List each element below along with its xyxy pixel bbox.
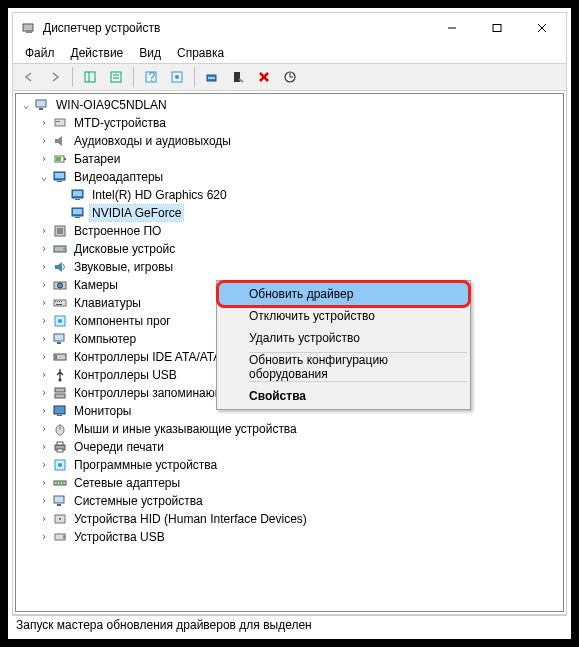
tree-device[interactable]: NVIDIA GeForce — [16, 204, 563, 222]
expand-icon[interactable]: › — [36, 370, 52, 380]
svg-rect-17 — [234, 72, 240, 82]
tree-category[interactable]: ›Дисковые устройс — [16, 240, 563, 258]
svg-rect-22 — [39, 108, 43, 110]
menu-file[interactable]: Файл — [19, 44, 61, 62]
window-title: Диспетчер устройств — [43, 21, 429, 35]
tree-category[interactable]: ⌄Видеоадаптеры — [16, 168, 563, 186]
tree-category[interactable]: ›Сетевые адаптеры — [16, 474, 563, 492]
svg-text:?: ? — [149, 70, 156, 84]
expand-icon[interactable]: › — [36, 460, 52, 470]
expand-icon[interactable]: › — [36, 406, 52, 416]
tree-item-label: Дисковые устройс — [72, 241, 177, 257]
minimize-button[interactable] — [429, 14, 474, 42]
storage-icon — [52, 385, 68, 401]
menu-item-label: Удалить устройство — [249, 331, 360, 345]
forward-button[interactable] — [43, 66, 67, 88]
expand-icon[interactable]: › — [36, 226, 52, 236]
svg-point-14 — [175, 75, 179, 79]
expand-icon[interactable]: › — [36, 352, 52, 362]
show-hide-tree-button[interactable] — [78, 66, 102, 88]
tree-device[interactable]: Intel(R) HD Graphics 620 — [16, 186, 563, 204]
tree-root[interactable]: ⌄WIN-OIA9C5NDLAN — [16, 96, 563, 114]
expand-icon[interactable]: › — [36, 532, 52, 542]
uninstall-device-button[interactable] — [252, 66, 276, 88]
tree-item-label: MTD-устройства — [72, 115, 168, 131]
svg-point-74 — [59, 518, 61, 520]
svg-point-40 — [63, 248, 65, 250]
svg-rect-24 — [56, 121, 60, 122]
generic-icon — [52, 115, 68, 131]
svg-point-55 — [59, 379, 62, 382]
tree-category[interactable]: ›Устройства HID (Human Interface Devices… — [16, 510, 563, 528]
svg-rect-45 — [57, 301, 58, 302]
svg-rect-1 — [26, 31, 32, 33]
tree-item-label: NVIDIA GeForce — [90, 205, 183, 221]
tree-category[interactable]: ›Батареи — [16, 150, 563, 168]
expand-icon[interactable]: › — [36, 244, 52, 254]
disable-device-button[interactable] — [226, 66, 250, 88]
collapse-icon[interactable]: ⌄ — [18, 100, 34, 110]
svg-rect-38 — [57, 228, 63, 234]
tree-item-label: Компоненты прог — [72, 313, 173, 329]
expand-icon[interactable]: › — [36, 496, 52, 506]
back-button[interactable] — [17, 66, 41, 88]
tree-category[interactable]: ›Устройства USB — [16, 528, 563, 546]
menu-update-driver[interactable]: Обновить драйвер — [219, 283, 468, 305]
svg-rect-71 — [54, 496, 64, 503]
expand-icon[interactable]: › — [36, 154, 52, 164]
toolbar: ? — [13, 63, 566, 91]
tree-category[interactable]: ›Мыши и иные указывающие устройства — [16, 420, 563, 438]
expand-icon[interactable]: › — [36, 334, 52, 344]
svg-rect-51 — [54, 334, 64, 341]
update-driver-button[interactable] — [200, 66, 224, 88]
tree-category[interactable]: ›Аудиовходы и аудиовыходы — [16, 132, 563, 150]
expand-icon[interactable]: › — [36, 316, 52, 326]
app-icon — [21, 20, 37, 36]
tree-item-label: Батареи — [72, 151, 122, 167]
printer-icon — [52, 439, 68, 455]
display-icon — [52, 169, 68, 185]
expand-icon[interactable]: › — [36, 118, 52, 128]
menu-action[interactable]: Действие — [65, 44, 130, 62]
tree-category[interactable]: ›Очереди печати — [16, 438, 563, 456]
menu-disable-device[interactable]: Отключить устройство — [219, 305, 468, 327]
device-tree[interactable]: ⌄WIN-OIA9C5NDLAN›MTD-устройства›Аудиовхо… — [15, 93, 564, 612]
statusbar: Запуск мастера обновления драйверов для … — [12, 615, 567, 635]
help-button[interactable]: ? — [139, 66, 163, 88]
menu-scan-hardware[interactable]: Обновить конфигурацию оборудования — [219, 356, 468, 378]
close-button[interactable] — [519, 14, 564, 42]
svg-rect-46 — [59, 301, 60, 302]
tree-item-label: Видеоадаптеры — [72, 169, 165, 185]
expand-icon[interactable]: › — [36, 514, 52, 524]
menu-remove-device[interactable]: Удалить устройство — [219, 327, 468, 349]
expand-icon[interactable]: › — [36, 388, 52, 398]
usbdev-icon — [52, 529, 68, 545]
display-icon — [70, 205, 86, 221]
scan-hardware-button[interactable] — [165, 66, 189, 88]
expand-icon[interactable]: › — [36, 424, 52, 434]
tree-category[interactable]: ›MTD-устройства — [16, 114, 563, 132]
tree-category[interactable]: ›Программные устройства — [16, 456, 563, 474]
toolbar-separator — [194, 67, 195, 87]
menu-properties[interactable]: Свойства — [219, 385, 468, 407]
expand-icon[interactable]: › — [36, 280, 52, 290]
mouse-icon — [52, 421, 68, 437]
scan-changes-button[interactable] — [278, 66, 302, 88]
maximize-button[interactable] — [474, 14, 519, 42]
svg-point-70 — [62, 482, 64, 484]
tree-category[interactable]: ›Встроенное ПО — [16, 222, 563, 240]
tree-category[interactable]: ›Звуковые, игровы — [16, 258, 563, 276]
properties-button[interactable] — [104, 66, 128, 88]
expand-icon[interactable]: › — [36, 298, 52, 308]
collapse-icon[interactable]: ⌄ — [36, 172, 52, 182]
svg-point-66 — [58, 463, 62, 467]
menu-view[interactable]: Вид — [133, 44, 167, 62]
menu-help[interactable]: Справка — [171, 44, 230, 62]
menubar: Файл Действие Вид Справка — [13, 43, 566, 63]
expand-icon[interactable]: › — [36, 136, 52, 146]
expand-icon[interactable]: › — [36, 442, 52, 452]
expand-icon[interactable]: › — [36, 478, 52, 488]
tree-category[interactable]: ›Системные устройства — [16, 492, 563, 510]
expand-icon[interactable]: › — [36, 262, 52, 272]
svg-rect-6 — [85, 72, 95, 82]
